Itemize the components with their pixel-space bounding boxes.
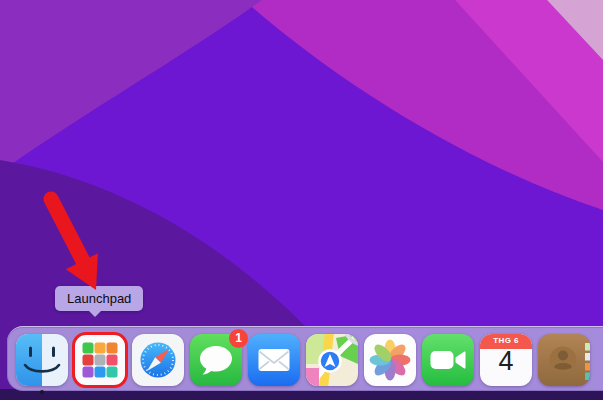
dock-item-launchpad[interactable] [74, 334, 126, 386]
dock-item-safari[interactable] [132, 334, 184, 386]
desktop: 1 [0, 0, 603, 400]
finder-icon [16, 334, 68, 386]
finder-running-indicator [40, 390, 44, 394]
dock-item-photos[interactable] [364, 334, 416, 386]
launchpad-tooltip: Launchpad [55, 286, 143, 311]
mail-icon [248, 334, 300, 386]
facetime-icon [422, 334, 474, 386]
maps-icon [306, 334, 358, 386]
safari-icon [132, 334, 184, 386]
dock-item-finder[interactable] [16, 334, 68, 386]
messages-badge: 1 [229, 329, 248, 348]
dock-item-calendar[interactable]: THG 6 4 [480, 334, 532, 386]
dock-item-maps[interactable] [306, 334, 358, 386]
dock-item-contacts[interactable] [538, 334, 590, 386]
dock-item-facetime[interactable] [422, 334, 474, 386]
photos-icon [364, 334, 416, 386]
calendar-day-label: 4 [480, 346, 532, 377]
dock-item-messages[interactable]: 1 [190, 334, 242, 386]
calendar-month-label: THG 6 [480, 336, 532, 345]
contacts-icon [538, 334, 590, 386]
dock: 1 [7, 326, 603, 391]
dock-item-mail[interactable] [248, 334, 300, 386]
launchpad-icon [74, 334, 126, 386]
